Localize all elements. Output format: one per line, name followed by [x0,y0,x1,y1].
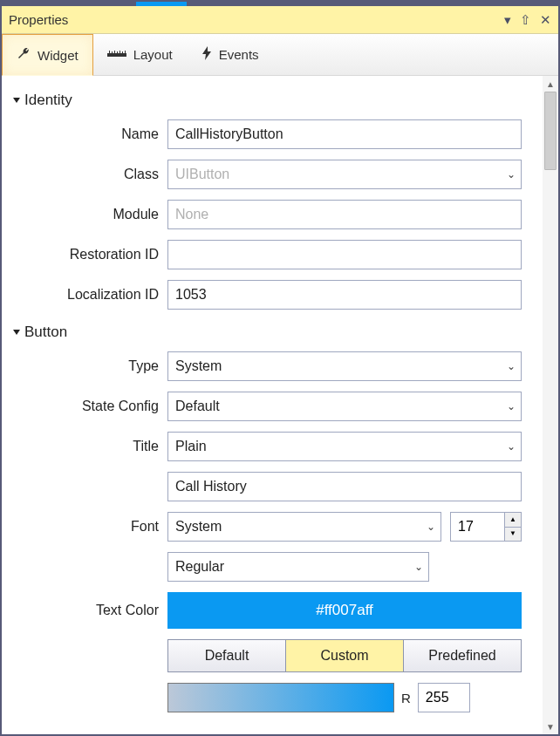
module-label: Module [2,207,159,222]
section-button-header[interactable]: Button [2,317,543,344]
scroll-up-button[interactable]: ▲ [543,76,558,92]
scroll-thumb[interactable] [544,92,557,170]
vertical-scrollbar[interactable]: ▲ ▼ [543,76,558,734]
spinner-down-button[interactable]: ▼ [505,528,521,542]
textcolor-label: Text Color [2,603,159,618]
svg-rect-2 [112,51,113,53]
class-combo-value: UIButton [175,167,229,182]
close-icon[interactable]: ✕ [540,12,551,28]
svg-rect-6 [122,51,123,53]
stateconfig-label: State Config [2,399,159,414]
font-size-spinner[interactable]: ▲ ▼ [450,512,522,542]
stateconfig-combo[interactable]: Default ⌄ [167,392,522,421]
chevron-down-icon: ⌄ [414,561,423,573]
section-button-grid: Type System ⌄ State Config Default ⌄ Tit… [2,344,543,719]
section-identity-title: Identity [24,92,72,109]
svg-rect-7 [125,51,126,53]
module-input[interactable]: None [167,200,522,229]
type-combo-value: System [175,358,222,374]
section-button-title: Button [24,324,67,341]
font-label: Font [2,519,159,535]
class-label: Class [2,167,159,182]
window-controls: ▾ ⇧ ✕ [504,12,551,28]
font-weight-value: Regular [175,559,224,575]
tab-events[interactable]: Events [188,34,274,75]
font-family-combo[interactable]: System ⌄ [167,512,441,542]
font-size-input[interactable] [450,512,504,542]
seg-custom-button[interactable]: Custom [286,640,404,671]
module-value: None [175,207,208,222]
title-mode-value: Plain [175,439,207,454]
name-input[interactable] [167,119,522,149]
color-r-row: R [167,683,522,712]
dropdown-icon[interactable]: ▾ [504,12,511,28]
chevron-down-icon [13,330,20,335]
gradient-preview[interactable] [167,683,394,712]
name-label: Name [2,126,159,142]
class-combo[interactable]: UIButton ⌄ [167,160,522,189]
title-text-input[interactable] [167,472,522,501]
scroll-content: Identity Name Class UIButton ⌄ Module No… [2,76,543,734]
color-source-segment: Default Custom Predefined [167,639,522,672]
top-accent-strip [2,2,558,6]
font-row: System ⌄ ▲ ▼ [167,512,522,542]
r-input[interactable] [418,683,470,712]
panel-body: Identity Name Class UIButton ⌄ Module No… [2,76,558,734]
font-family-value: System [175,519,222,535]
seg-default-button[interactable]: Default [168,640,286,671]
svg-rect-1 [109,51,110,53]
svg-rect-0 [107,53,126,57]
stateconfig-value: Default [175,399,220,414]
spinner-buttons: ▲ ▼ [504,512,522,542]
textcolor-hex: #ff007aff [316,602,373,619]
svg-rect-5 [120,51,120,53]
textcolor-swatch[interactable]: #ff007aff [167,592,522,629]
svg-rect-3 [114,51,115,53]
bolt-icon [201,46,212,64]
title-label: Title [2,439,159,454]
chevron-down-icon: ⌄ [507,168,516,181]
scroll-down-button[interactable]: ▼ [543,719,558,734]
properties-panel: Properties ▾ ⇧ ✕ Widget Layout Events [0,0,560,736]
tab-layout[interactable]: Layout [93,34,188,75]
chevron-down-icon [13,98,20,103]
ruler-icon [107,47,126,63]
panel-title: Properties [9,12,504,27]
seg-predefined-button[interactable]: Predefined [404,640,521,671]
localization-input[interactable] [167,280,522,310]
pin-icon[interactable]: ⇧ [520,12,531,28]
localization-label: Localization ID [2,287,159,303]
tab-layout-label: Layout [133,47,173,62]
chevron-down-icon: ⌄ [427,521,435,533]
font-weight-combo[interactable]: Regular ⌄ [167,552,429,582]
restoration-label: Restoration ID [2,247,159,262]
type-combo[interactable]: System ⌄ [167,351,522,381]
svg-rect-4 [117,51,118,53]
tab-widget[interactable]: Widget [2,34,93,76]
spinner-up-button[interactable]: ▲ [505,513,521,528]
scroll-track[interactable] [543,92,558,719]
chevron-down-icon: ⌄ [507,360,516,372]
tab-events-label: Events [219,47,259,62]
section-identity-header[interactable]: Identity [2,85,543,112]
chevron-down-icon: ⌄ [507,400,516,412]
section-identity-grid: Name Class UIButton ⌄ Module None Restor… [2,112,543,317]
type-label: Type [2,358,159,374]
title-mode-combo[interactable]: Plain ⌄ [167,432,522,461]
tab-widget-label: Widget [38,48,79,63]
titlebar: Properties ▾ ⇧ ✕ [2,6,558,34]
wrench-icon [17,46,31,64]
r-label: R [401,691,411,705]
restoration-input[interactable] [167,240,522,269]
chevron-down-icon: ⌄ [507,440,516,453]
toolbar-tabs: Widget Layout Events [2,34,558,76]
